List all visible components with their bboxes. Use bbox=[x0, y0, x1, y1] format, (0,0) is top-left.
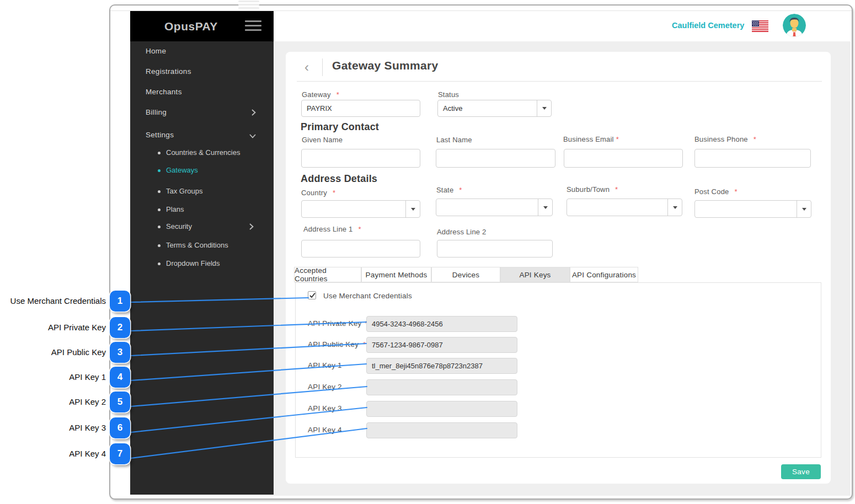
business-email-label: Business Email* bbox=[563, 135, 619, 143]
checkmark-icon bbox=[309, 292, 316, 299]
annotation-badge-7: 7 bbox=[110, 443, 130, 464]
api-private-key-input[interactable] bbox=[366, 316, 517, 332]
state-label: State* bbox=[436, 186, 462, 194]
country-label: Country* bbox=[301, 189, 335, 197]
sidebar-item-home[interactable]: Home bbox=[146, 47, 166, 55]
required-asterisk: * bbox=[363, 340, 366, 348]
annotation-badge-4: 4 bbox=[110, 367, 130, 388]
tab-api-configurations[interactable]: API Configurations bbox=[570, 267, 638, 282]
screenshot-root: OpusPAY Caulfield Cemetery bbox=[0, 0, 855, 504]
bullet-icon bbox=[158, 262, 161, 265]
dropdown-arrow-icon[interactable] bbox=[537, 100, 551, 116]
dropdown-arrow-icon[interactable] bbox=[538, 199, 552, 216]
billing-chevron-right-icon[interactable] bbox=[252, 109, 256, 116]
header-divider bbox=[322, 58, 323, 76]
annotation-label-7: API Key 4 bbox=[69, 449, 106, 458]
sidebar-item-gateways[interactable]: Gateways bbox=[158, 166, 198, 174]
post-code-select[interactable] bbox=[694, 200, 811, 218]
gateway-label: Gateway* bbox=[302, 90, 339, 99]
required-asterisk: * bbox=[359, 225, 361, 233]
annotation-label-6: API Key 3 bbox=[69, 423, 106, 432]
address-line-1-label: Address Line 1* bbox=[303, 225, 361, 233]
required-asterisk: * bbox=[333, 189, 335, 197]
given-name-input[interactable] bbox=[301, 149, 420, 168]
api-key-4-label: API Key 4 bbox=[308, 426, 342, 434]
tab-devices[interactable]: Devices bbox=[431, 267, 500, 282]
sidebar-item-security[interactable]: Security bbox=[158, 222, 192, 230]
api-key-1-input[interactable] bbox=[366, 358, 517, 374]
use-merchant-credentials-checkbox[interactable] bbox=[308, 291, 316, 299]
annotation-label-5: API Key 2 bbox=[69, 397, 106, 406]
api-public-key-input[interactable] bbox=[366, 337, 517, 353]
business-phone-input[interactable] bbox=[694, 149, 811, 168]
suburb-town-label: Suburb/Town* bbox=[567, 185, 618, 194]
api-key-2-label: API Key 2 bbox=[308, 383, 342, 391]
bullet-icon bbox=[158, 152, 161, 154]
dropdown-arrow-icon[interactable] bbox=[405, 201, 420, 217]
primary-contact-heading: Primary Contact bbox=[301, 121, 379, 133]
settings-chevron-down-icon[interactable] bbox=[249, 134, 256, 138]
tab-payment-methods[interactable]: Payment Methods bbox=[361, 267, 431, 282]
sidebar-item-dropdown-fields[interactable]: Dropdown Fields bbox=[158, 259, 220, 267]
sidebar-item-plans[interactable]: Plans bbox=[158, 205, 184, 213]
bullet-icon bbox=[158, 169, 161, 172]
last-name-label: Last Name bbox=[436, 136, 472, 144]
account-link[interactable]: Caulfield Cemetery bbox=[672, 21, 744, 30]
tab-accepted-countries[interactable]: Accepted Countries bbox=[294, 267, 361, 282]
sidebar-item-merchants[interactable]: Merchants bbox=[146, 88, 182, 96]
required-asterisk: * bbox=[459, 186, 462, 194]
api-key-4-input[interactable] bbox=[366, 422, 517, 438]
header-rule bbox=[297, 81, 822, 82]
address-line-2-label: Address Line 2 bbox=[437, 228, 487, 236]
annotation-label-1: Use Merchant Credentials bbox=[10, 296, 106, 305]
annotation-label-2: API Private Key bbox=[48, 323, 106, 332]
annotation-badge-2: 2 bbox=[110, 317, 130, 338]
business-email-input[interactable] bbox=[564, 149, 683, 168]
status-select[interactable]: Active bbox=[437, 100, 552, 117]
api-key-2-input[interactable] bbox=[366, 379, 517, 395]
api-key-3-label: API Key 3 bbox=[308, 404, 342, 412]
brand-logo: OpusPAY bbox=[164, 11, 218, 41]
suburb-town-select[interactable] bbox=[567, 199, 682, 216]
required-asterisk: * bbox=[616, 135, 619, 143]
sidebar-item-tax-groups[interactable]: Tax Groups bbox=[158, 187, 202, 195]
given-name-label: Given Name bbox=[302, 136, 343, 144]
bullet-icon bbox=[158, 190, 161, 193]
required-asterisk: * bbox=[615, 185, 618, 194]
address-line-2-input[interactable] bbox=[437, 240, 553, 258]
bullet-icon bbox=[158, 226, 161, 228]
post-code-label: Post Code* bbox=[694, 187, 738, 196]
hamburger-icon[interactable] bbox=[245, 20, 261, 34]
country-select[interactable] bbox=[301, 200, 420, 218]
sidebar-item-terms-conditions[interactable]: Terms & Conditions bbox=[158, 241, 228, 249]
annotation-badge-5: 5 bbox=[110, 392, 130, 412]
security-chevron-right-icon[interactable] bbox=[249, 223, 254, 230]
user-avatar[interactable] bbox=[783, 14, 806, 37]
back-button[interactable]: ‹ bbox=[304, 60, 309, 75]
sidebar-item-countries-currencies[interactable]: Countries & Currencies bbox=[158, 148, 240, 157]
sidebar-item-billing[interactable]: Billing bbox=[146, 108, 167, 116]
logo-bar: OpusPAY bbox=[130, 11, 274, 41]
status-label: Status bbox=[438, 90, 459, 99]
dropdown-arrow-icon[interactable] bbox=[667, 199, 682, 216]
app-window: OpusPAY Caulfield Cemetery bbox=[109, 4, 853, 500]
save-button[interactable]: Save bbox=[781, 464, 821, 479]
sidebar-item-settings[interactable]: Settings bbox=[146, 131, 174, 139]
gateway-input[interactable] bbox=[301, 100, 420, 117]
address-line-1-input[interactable] bbox=[301, 240, 420, 258]
sidebar-item-registrations[interactable]: Registrations bbox=[146, 67, 191, 76]
required-asterisk: * bbox=[336, 90, 339, 99]
bullet-icon bbox=[158, 208, 161, 211]
tab-api-keys[interactable]: API Keys bbox=[500, 267, 570, 282]
annotation-badge-3: 3 bbox=[110, 342, 130, 363]
api-key-3-input[interactable] bbox=[366, 401, 517, 417]
annotation-badge-1: 1 bbox=[110, 291, 130, 312]
us-flag-icon bbox=[752, 20, 768, 32]
state-select[interactable] bbox=[436, 199, 553, 216]
last-name-input[interactable] bbox=[436, 149, 555, 168]
gateway-summary-card: ‹ Gateway Summary Gateway* Status Active… bbox=[286, 52, 831, 484]
dropdown-arrow-icon[interactable] bbox=[797, 201, 811, 217]
use-merchant-credentials-label: Use Merchant Credentials bbox=[323, 292, 412, 300]
annotation-label-4: API Key 1 bbox=[69, 372, 106, 382]
sidebar: Home Registrations Merchants Billing Set… bbox=[130, 41, 274, 495]
